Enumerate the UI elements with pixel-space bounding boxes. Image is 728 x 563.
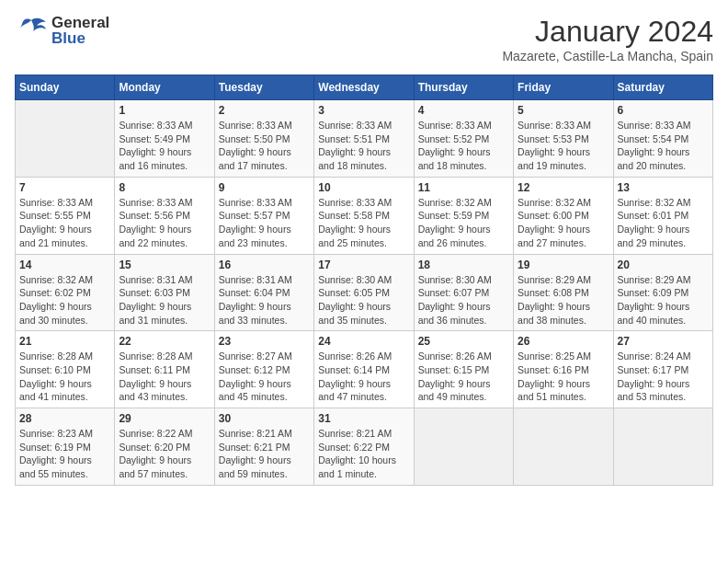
- calendar-cell: 29Sunrise: 8:22 AM Sunset: 6:20 PM Dayli…: [115, 408, 214, 486]
- day-number: 19: [518, 259, 609, 271]
- calendar-cell: 9Sunrise: 8:33 AM Sunset: 5:57 PM Daylig…: [214, 177, 313, 254]
- calendar-table: Sunday Monday Tuesday Wednesday Thursday…: [15, 75, 713, 486]
- calendar-subtitle: Mazarete, Castille-La Mancha, Spain: [502, 49, 713, 63]
- day-number: 29: [119, 412, 210, 425]
- calendar-cell: [613, 408, 712, 486]
- day-number: 31: [318, 412, 409, 425]
- calendar-cell: 19Sunrise: 8:29 AM Sunset: 6:08 PM Dayli…: [514, 254, 613, 331]
- day-info: Sunrise: 8:27 AM Sunset: 6:12 PM Dayligh…: [219, 350, 310, 404]
- day-info: Sunrise: 8:23 AM Sunset: 6:19 PM Dayligh…: [19, 427, 110, 481]
- day-number: 30: [219, 412, 310, 425]
- calendar-cell: [514, 408, 613, 486]
- calendar-cell: [414, 408, 513, 486]
- day-info: Sunrise: 8:31 AM Sunset: 6:03 PM Dayligh…: [119, 273, 210, 327]
- col-monday: Monday: [115, 75, 214, 100]
- day-info: Sunrise: 8:30 AM Sunset: 6:07 PM Dayligh…: [418, 273, 509, 327]
- calendar-title: January 2024: [502, 15, 713, 49]
- day-info: Sunrise: 8:33 AM Sunset: 5:57 PM Dayligh…: [219, 196, 310, 250]
- day-info: Sunrise: 8:28 AM Sunset: 6:11 PM Dayligh…: [119, 350, 210, 404]
- day-number: 2: [219, 104, 310, 117]
- day-info: Sunrise: 8:21 AM Sunset: 6:21 PM Dayligh…: [219, 427, 310, 481]
- calendar-cell: 18Sunrise: 8:30 AM Sunset: 6:07 PM Dayli…: [414, 254, 513, 331]
- day-info: Sunrise: 8:33 AM Sunset: 5:51 PM Dayligh…: [318, 119, 409, 173]
- calendar-cell: 17Sunrise: 8:30 AM Sunset: 6:05 PM Dayli…: [314, 254, 414, 331]
- calendar-cell: 15Sunrise: 8:31 AM Sunset: 6:03 PM Dayli…: [115, 254, 214, 331]
- calendar-cell: 31Sunrise: 8:21 AM Sunset: 6:22 PM Dayli…: [314, 408, 414, 486]
- calendar-cell: 25Sunrise: 8:26 AM Sunset: 6:15 PM Dayli…: [414, 331, 513, 408]
- logo-icon: [15, 17, 48, 44]
- calendar-cell: 7Sunrise: 8:33 AM Sunset: 5:55 PM Daylig…: [16, 177, 115, 254]
- day-info: Sunrise: 8:25 AM Sunset: 6:16 PM Dayligh…: [518, 350, 609, 404]
- day-info: Sunrise: 8:29 AM Sunset: 6:08 PM Dayligh…: [518, 273, 609, 327]
- page-header: General Blue January 2024 Mazarete, Cast…: [15, 15, 713, 63]
- calendar-cell: 22Sunrise: 8:28 AM Sunset: 6:11 PM Dayli…: [115, 331, 214, 408]
- day-number: 18: [418, 259, 509, 271]
- calendar-cell: 21Sunrise: 8:28 AM Sunset: 6:10 PM Dayli…: [16, 331, 115, 408]
- day-number: 21: [19, 335, 110, 348]
- calendar-week-4: 21Sunrise: 8:28 AM Sunset: 6:10 PM Dayli…: [16, 331, 713, 408]
- day-info: Sunrise: 8:33 AM Sunset: 5:55 PM Dayligh…: [19, 196, 110, 250]
- day-number: 23: [219, 335, 310, 348]
- day-number: 11: [418, 181, 509, 194]
- day-number: 3: [318, 104, 409, 117]
- calendar-week-5: 28Sunrise: 8:23 AM Sunset: 6:19 PM Dayli…: [16, 408, 713, 486]
- day-info: Sunrise: 8:32 AM Sunset: 6:00 PM Dayligh…: [518, 196, 609, 250]
- day-number: 22: [119, 335, 210, 348]
- logo-general: General: [51, 15, 109, 30]
- calendar-cell: 30Sunrise: 8:21 AM Sunset: 6:21 PM Dayli…: [214, 408, 313, 486]
- day-number: 6: [618, 104, 709, 117]
- calendar-week-1: 1Sunrise: 8:33 AM Sunset: 5:49 PM Daylig…: [16, 100, 713, 178]
- calendar-cell: 3Sunrise: 8:33 AM Sunset: 5:51 PM Daylig…: [314, 100, 414, 178]
- calendar-cell: 13Sunrise: 8:32 AM Sunset: 6:01 PM Dayli…: [613, 177, 712, 254]
- header-row: Sunday Monday Tuesday Wednesday Thursday…: [16, 75, 713, 100]
- day-info: Sunrise: 8:33 AM Sunset: 5:50 PM Dayligh…: [219, 119, 310, 173]
- calendar-cell: 8Sunrise: 8:33 AM Sunset: 5:56 PM Daylig…: [115, 177, 214, 254]
- day-number: 9: [219, 181, 310, 194]
- calendar-cell: 4Sunrise: 8:33 AM Sunset: 5:52 PM Daylig…: [414, 100, 513, 178]
- calendar-week-2: 7Sunrise: 8:33 AM Sunset: 5:55 PM Daylig…: [16, 177, 713, 254]
- col-friday: Friday: [514, 75, 613, 100]
- calendar-cell: 10Sunrise: 8:33 AM Sunset: 5:58 PM Dayli…: [314, 177, 414, 254]
- day-number: 25: [418, 335, 509, 348]
- col-saturday: Saturday: [613, 75, 712, 100]
- calendar-cell: 27Sunrise: 8:24 AM Sunset: 6:17 PM Dayli…: [613, 331, 712, 408]
- day-info: Sunrise: 8:24 AM Sunset: 6:17 PM Dayligh…: [618, 350, 709, 404]
- day-number: 28: [19, 412, 110, 425]
- day-number: 10: [318, 181, 409, 194]
- calendar-cell: 14Sunrise: 8:32 AM Sunset: 6:02 PM Dayli…: [16, 254, 115, 331]
- calendar-cell: 24Sunrise: 8:26 AM Sunset: 6:14 PM Dayli…: [314, 331, 414, 408]
- calendar-week-3: 14Sunrise: 8:32 AM Sunset: 6:02 PM Dayli…: [16, 254, 713, 331]
- day-number: 8: [119, 181, 210, 194]
- col-wednesday: Wednesday: [314, 75, 414, 100]
- calendar-cell: 2Sunrise: 8:33 AM Sunset: 5:50 PM Daylig…: [214, 100, 313, 178]
- day-number: 24: [318, 335, 409, 348]
- day-info: Sunrise: 8:33 AM Sunset: 5:53 PM Dayligh…: [518, 119, 609, 173]
- logo-text: General Blue: [51, 15, 109, 46]
- calendar-cell: 5Sunrise: 8:33 AM Sunset: 5:53 PM Daylig…: [514, 100, 613, 178]
- calendar-cell: 26Sunrise: 8:25 AM Sunset: 6:16 PM Dayli…: [514, 331, 613, 408]
- day-number: 4: [418, 104, 509, 117]
- day-number: 27: [618, 335, 709, 348]
- day-number: 14: [19, 259, 110, 271]
- col-tuesday: Tuesday: [214, 75, 313, 100]
- day-info: Sunrise: 8:31 AM Sunset: 6:04 PM Dayligh…: [219, 273, 310, 327]
- calendar-cell: 20Sunrise: 8:29 AM Sunset: 6:09 PM Dayli…: [613, 254, 712, 331]
- day-info: Sunrise: 8:28 AM Sunset: 6:10 PM Dayligh…: [19, 350, 110, 404]
- col-thursday: Thursday: [414, 75, 513, 100]
- day-number: 20: [618, 259, 709, 271]
- day-info: Sunrise: 8:21 AM Sunset: 6:22 PM Dayligh…: [318, 427, 409, 481]
- day-info: Sunrise: 8:26 AM Sunset: 6:14 PM Dayligh…: [318, 350, 409, 404]
- logo: General Blue: [15, 15, 109, 46]
- calendar-cell: 1Sunrise: 8:33 AM Sunset: 5:49 PM Daylig…: [115, 100, 214, 178]
- col-sunday: Sunday: [16, 75, 115, 100]
- day-number: 5: [518, 104, 609, 117]
- day-info: Sunrise: 8:33 AM Sunset: 5:52 PM Dayligh…: [418, 119, 509, 173]
- calendar-cell: 16Sunrise: 8:31 AM Sunset: 6:04 PM Dayli…: [214, 254, 313, 331]
- day-number: 1: [119, 104, 210, 117]
- day-info: Sunrise: 8:32 AM Sunset: 5:59 PM Dayligh…: [418, 196, 509, 250]
- day-number: 7: [19, 181, 110, 194]
- day-info: Sunrise: 8:30 AM Sunset: 6:05 PM Dayligh…: [318, 273, 409, 327]
- day-number: 26: [518, 335, 609, 348]
- calendar-header: Sunday Monday Tuesday Wednesday Thursday…: [16, 75, 713, 100]
- day-info: Sunrise: 8:33 AM Sunset: 5:58 PM Dayligh…: [318, 196, 409, 250]
